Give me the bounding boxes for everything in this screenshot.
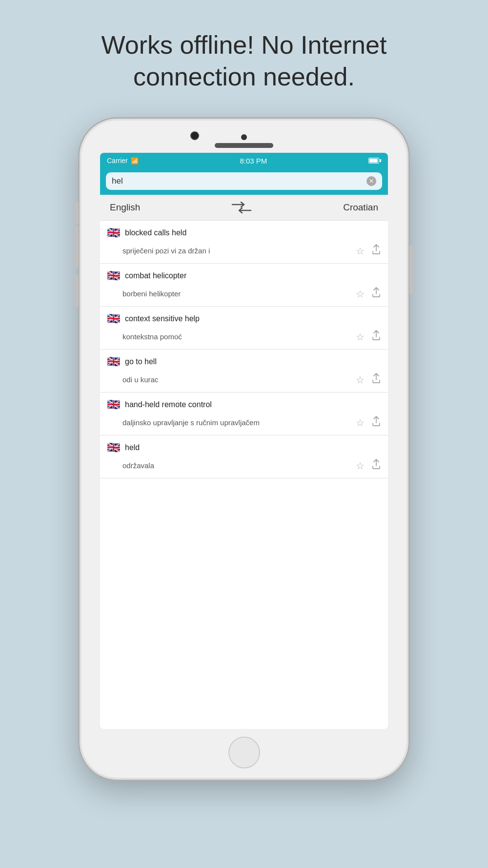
croatian-text-3: odi u kurac — [122, 375, 356, 384]
uk-flag-icon-2: 🇬🇧 — [107, 312, 120, 325]
search-value[interactable]: hel — [112, 176, 366, 186]
result-item-0: 🇬🇧 blocked calls held spriječeni pozi vi… — [100, 221, 388, 264]
status-left: Carrier 📶 — [107, 157, 139, 165]
battery-body — [368, 158, 379, 164]
action-icons-0: ☆ — [356, 244, 381, 257]
wifi-icon: 📶 — [131, 157, 139, 165]
result-croatian-2: kontekstna pomoć ☆ — [100, 328, 388, 349]
search-input-row[interactable]: hel ✕ — [106, 172, 382, 190]
speaker — [215, 143, 273, 148]
silent-switch — [74, 202, 79, 224]
search-bar: hel ✕ — [100, 168, 388, 195]
swap-languages-button[interactable] — [230, 201, 253, 214]
result-english-2: 🇬🇧 context sensitive help — [100, 307, 388, 328]
english-text-5: held — [125, 443, 140, 452]
croatian-text-5: održavala — [122, 461, 356, 470]
result-croatian-3: odi u kurac ☆ — [100, 371, 388, 392]
status-time: 8:03 PM — [240, 157, 267, 165]
result-english-3: 🇬🇧 go to hell — [100, 350, 388, 371]
star-button-0[interactable]: ☆ — [356, 245, 365, 257]
share-button-1[interactable] — [371, 287, 381, 300]
share-button-3[interactable] — [371, 373, 381, 386]
result-croatian-1: borbeni helikopter ☆ — [100, 285, 388, 306]
status-right — [368, 158, 381, 164]
battery-fill — [369, 159, 378, 163]
croatian-text-0: spriječeni pozi vi za držan i — [122, 247, 356, 255]
home-button[interactable] — [228, 737, 260, 768]
share-button-2[interactable] — [371, 330, 381, 343]
result-item-4: 🇬🇧 hand-held remote control daljinsko up… — [100, 393, 388, 435]
croatian-text-2: kontekstna pomoć — [122, 332, 356, 341]
share-button-5[interactable] — [371, 459, 381, 472]
uk-flag-icon-5: 🇬🇧 — [107, 441, 120, 454]
star-button-4[interactable]: ☆ — [356, 417, 365, 429]
action-icons-5: ☆ — [356, 459, 381, 472]
headline-text: Works offline! No Internet connection ne… — [44, 29, 444, 93]
croatian-text-4: daljinsko upravljanje s ručnim upravljač… — [122, 418, 356, 427]
english-text-3: go to hell — [125, 357, 157, 366]
star-button-5[interactable]: ☆ — [356, 460, 365, 472]
english-text-2: context sensitive help — [125, 314, 200, 323]
croatian-text-1: borbeni helikopter — [122, 289, 356, 298]
english-lang-label: English — [110, 202, 140, 213]
result-croatian-5: održavala ☆ — [100, 457, 388, 478]
result-english-4: 🇬🇧 hand-held remote control — [100, 393, 388, 414]
volume-up-button — [74, 236, 79, 268]
result-english-5: 🇬🇧 held — [100, 435, 388, 457]
english-text-1: combat helicopter — [125, 271, 186, 280]
volume-down-button — [74, 275, 79, 307]
english-text-0: blocked calls held — [125, 228, 186, 237]
uk-flag-icon-0: 🇬🇧 — [107, 227, 120, 239]
croatian-lang-label: Croatian — [343, 202, 378, 213]
result-croatian-4: daljinsko upravljanje s ručnim upravljač… — [100, 414, 388, 435]
action-icons-4: ☆ — [356, 416, 381, 429]
uk-flag-icon-3: 🇬🇧 — [107, 355, 120, 368]
action-icons-2: ☆ — [356, 330, 381, 343]
results-list: 🇬🇧 blocked calls held spriječeni pozi vi… — [100, 221, 388, 729]
share-button-0[interactable] — [371, 244, 381, 257]
english-text-4: hand-held remote control — [125, 400, 212, 409]
phone-screen: Carrier 📶 8:03 PM hel ✕ English — [100, 153, 388, 729]
carrier-label: Carrier — [107, 157, 128, 165]
battery-icon — [368, 158, 381, 164]
result-item-1: 🇬🇧 combat helicopter borbeni helikopter … — [100, 264, 388, 307]
result-english-0: 🇬🇧 blocked calls held — [100, 221, 388, 242]
action-icons-3: ☆ — [356, 373, 381, 386]
star-button-2[interactable]: ☆ — [356, 331, 365, 343]
uk-flag-icon-1: 🇬🇧 — [107, 269, 120, 282]
result-item-2: 🇬🇧 context sensitive help kontekstna pom… — [100, 307, 388, 350]
action-icons-1: ☆ — [356, 287, 381, 300]
result-croatian-0: spriječeni pozi vi za držan i ☆ — [100, 242, 388, 263]
phone-shell: Carrier 📶 8:03 PM hel ✕ English — [78, 117, 410, 781]
camera-dot — [241, 134, 247, 140]
battery-tip — [380, 159, 381, 162]
front-camera — [190, 131, 199, 140]
result-item-5: 🇬🇧 held održavala ☆ — [100, 435, 388, 478]
status-bar: Carrier 📶 8:03 PM — [100, 153, 388, 168]
star-button-3[interactable]: ☆ — [356, 374, 365, 386]
share-button-4[interactable] — [371, 416, 381, 429]
uk-flag-icon-4: 🇬🇧 — [107, 398, 120, 411]
search-clear-button[interactable]: ✕ — [366, 176, 376, 186]
phone-top — [80, 119, 408, 148]
star-button-1[interactable]: ☆ — [356, 288, 365, 300]
language-header: English Croatian — [100, 195, 388, 221]
result-english-1: 🇬🇧 combat helicopter — [100, 264, 388, 285]
result-item-3: 🇬🇧 go to hell odi u kurac ☆ — [100, 350, 388, 393]
